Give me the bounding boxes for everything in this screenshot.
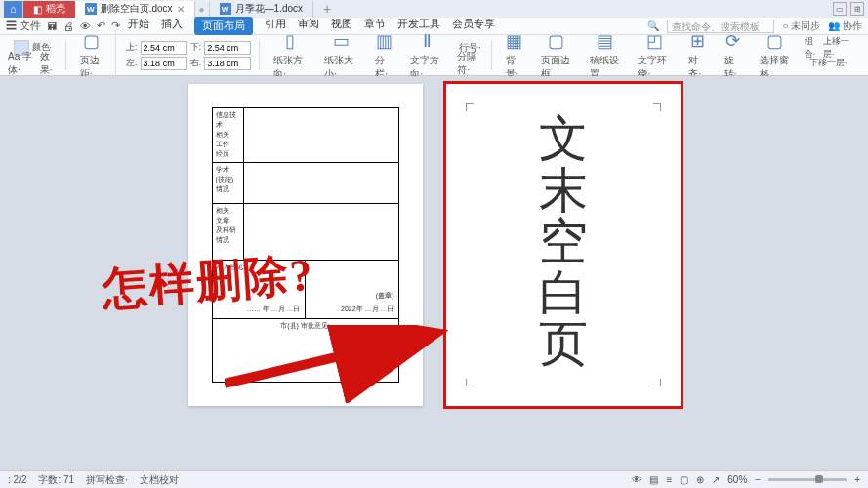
cell-label-1: 信息技术 相关 工作 经历 (213, 108, 244, 162)
menu-insert[interactable]: 插入 (161, 17, 183, 35)
menu-start[interactable]: 开始 (128, 17, 149, 35)
bottom-label: 下: (190, 41, 202, 54)
ribbon-margin-values: 上: 下: 左: 右: (126, 40, 260, 70)
ribbon-manuscript[interactable]: ▤稿纸设置 (586, 30, 625, 81)
textdir-icon: Ⅱ (423, 30, 432, 52)
top-label: 上: (126, 41, 138, 54)
ribbon-layer: 组合· 上移一层· 下移一层· (805, 40, 860, 70)
home-icon: ⌂ (10, 3, 17, 15)
crop-tr (653, 103, 661, 111)
svg-line-1 (225, 335, 430, 384)
word-icon: W (85, 3, 97, 15)
ribbon-textdir[interactable]: Ⅱ文字方向· (406, 30, 447, 81)
zoom-in[interactable]: + (854, 474, 860, 485)
crop-bl (466, 379, 474, 386)
zoom-value[interactable]: 60% (727, 474, 747, 485)
ribbon-margins: ▢页边距· (76, 30, 116, 81)
bg-icon: ▦ (506, 30, 522, 52)
status-right: 👁 ▤ ≡ ▢ ⊕ ↗ 60% − + (632, 474, 860, 485)
ribbon-theme: 颜色· Aa 字体·效果· (8, 40, 66, 70)
win-btn-2[interactable]: ⊞ (850, 2, 864, 16)
app-icon: ◧ (33, 4, 42, 15)
collab-button[interactable]: 👥 协作 (828, 20, 862, 33)
print-icon[interactable]: 🖨 (63, 20, 74, 32)
margin-right-input[interactable] (204, 57, 251, 70)
view-icon-6[interactable]: ↗ (712, 474, 720, 485)
annotation-arrow (225, 325, 459, 403)
effect-label[interactable]: 效果· (40, 50, 58, 77)
statusbar: : 2/2 字数: 71 拼写检查· 文档校对 👁 ▤ ≡ ▢ ⊕ ↗ 60% … (0, 470, 868, 488)
titlebar: ⌂ ◧ 稻壳 W 删除空白页.docx ✕ ● W 月季花—1.docx + ▭… (0, 0, 868, 18)
margin-top-input[interactable] (141, 41, 187, 55)
left-label: 左: (126, 57, 138, 69)
tab-doc-2[interactable]: W 月季花—1.docx (210, 1, 313, 18)
view-icon-3[interactable]: ≡ (666, 474, 672, 485)
spell-check[interactable]: 拼写检查· (86, 473, 128, 487)
word-icon: W (220, 3, 231, 15)
right-label: 右: (190, 57, 202, 69)
workspace[interactable]: 信息技术 相关 工作 经历 学术 (技能) 情况 相关 文章 及科研 情况 本人… (0, 76, 868, 470)
app-tab[interactable]: ◧ 稻壳 (23, 1, 75, 18)
ribbon-bg[interactable]: ▦背景· (502, 30, 527, 81)
tab-label: 月季花—1.docx (235, 2, 303, 16)
crop-tl (466, 103, 474, 111)
menu-pagelayout[interactable]: 页面布局 (194, 17, 253, 35)
down[interactable]: 下移一层· (809, 57, 847, 69)
columns-icon: ▥ (376, 30, 393, 52)
file-icon[interactable]: ☰ 文件 (6, 19, 41, 33)
font-label[interactable]: Aa 字体· (8, 50, 37, 77)
wrap-icon: ◰ (646, 30, 663, 52)
cell-content-1 (244, 108, 398, 162)
doc-proof[interactable]: 文档校对 (140, 473, 179, 487)
select-icon: ▢ (766, 30, 783, 52)
cell-label-2: 学术 (技能) 情况 (213, 163, 244, 203)
ribbon: 颜色· Aa 字体·效果· ▢页边距· 上: 下: 左: 右: ▯纸张方向· ▭… (0, 35, 868, 76)
tab-label: 删除空白页.docx (101, 2, 173, 16)
annotation-vertical-text: 文末空白页 (446, 113, 681, 370)
cell-content-2 (244, 163, 398, 203)
tab-sep: ● (195, 1, 210, 18)
orient-icon: ▯ (285, 30, 295, 52)
ribbon-columns[interactable]: ▥分栏· (371, 30, 396, 81)
zoom-slider[interactable] (768, 478, 847, 481)
align-icon: ⊞ (690, 30, 705, 52)
break[interactable]: 分隔符· (457, 50, 482, 77)
view-icon-2[interactable]: ▤ (649, 474, 658, 485)
tab-doc-1[interactable]: W 删除空白页.docx ✕ (75, 1, 195, 18)
margin-bottom-input[interactable] (204, 41, 251, 55)
crop-br (653, 379, 661, 386)
new-tab[interactable]: + (313, 1, 341, 18)
window-controls: ▭ ⊞ (833, 2, 864, 16)
menu-member[interactable]: 会员专享 (452, 17, 495, 35)
page-status[interactable]: : 2/2 (8, 474, 26, 485)
page-2-blank[interactable]: 文末空白页 (446, 84, 681, 406)
ribbon-rotate[interactable]: ⟳旋转· (721, 30, 746, 81)
win-btn-1[interactable]: ▭ (833, 2, 847, 16)
ribbon-align[interactable]: ⊞对齐· (684, 30, 710, 81)
home-tab[interactable]: ⌂ (4, 1, 23, 18)
cell-stamp: (盖章) 2022年 …月 …日 (306, 261, 398, 318)
ribbon-border[interactable]: ▢页面边框 (537, 30, 576, 81)
view-icon-5[interactable]: ⊕ (696, 474, 704, 485)
zoom-out[interactable]: − (755, 474, 761, 485)
plus-icon: + (323, 1, 331, 17)
ribbon-papersize[interactable]: ▭纸张大小· (320, 30, 361, 81)
size-icon: ▭ (333, 30, 350, 52)
view-icon-1[interactable]: 👁 (632, 474, 641, 485)
border-icon: ▢ (548, 30, 564, 52)
close-icon[interactable]: ✕ (177, 4, 185, 15)
view-icon-4[interactable]: ▢ (680, 474, 688, 485)
ribbon-lineno: 行号· 分隔符· (457, 40, 491, 70)
margin-left-input[interactable] (141, 57, 187, 70)
word-count[interactable]: 字数: 71 (38, 473, 74, 487)
rotate-icon: ⟳ (725, 30, 740, 52)
save-icon[interactable]: 🖬 (47, 20, 58, 32)
manu-icon: ▤ (597, 30, 613, 52)
ribbon-wrap[interactable]: ◰文字环绕· (634, 30, 675, 81)
app-tab-label: 稻壳 (46, 2, 65, 16)
ribbon-select[interactable]: ▢选择窗格 (756, 30, 795, 81)
ribbon-orientation[interactable]: ▯纸张方向· (269, 30, 310, 81)
margin-icon[interactable]: ▢ (83, 30, 100, 52)
